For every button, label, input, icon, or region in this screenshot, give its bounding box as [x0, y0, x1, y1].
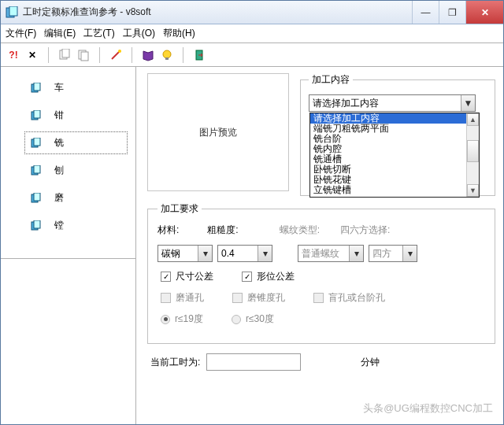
- r30-radio: r≤30度: [232, 312, 274, 326]
- square-combo[interactable]: 四方 ▾: [369, 245, 417, 262]
- menu-edit[interactable]: 编辑(E): [44, 27, 76, 40]
- thread-label: 螺纹类型:: [280, 224, 320, 237]
- close-button[interactable]: ✕: [465, 1, 503, 24]
- paste-icon[interactable]: [76, 47, 91, 63]
- svg-rect-20: [34, 193, 40, 201]
- svg-rect-1: [9, 6, 17, 16]
- svg-rect-14: [34, 110, 40, 118]
- exit-icon[interactable]: [191, 47, 207, 63]
- square-label: 四六方选择:: [340, 224, 390, 237]
- checkbox-label: 尺寸公差: [176, 270, 213, 283]
- minimize-button[interactable]: —: [412, 1, 439, 24]
- sidebar-item-label: 钳: [54, 109, 64, 122]
- material-combo[interactable]: 碳钢 ▾: [158, 245, 213, 262]
- svg-rect-22: [34, 220, 40, 228]
- sidebar-item-label: 车: [54, 81, 64, 94]
- geo-tolerance-checkbox[interactable]: ✓ 形位公差: [242, 270, 295, 283]
- chevron-down-icon[interactable]: ▼: [461, 95, 475, 111]
- titlebar: 工时定额标准查询参考 - v8soft — ❐ ✕: [1, 1, 503, 24]
- r19-radio: r≤19度: [161, 312, 203, 326]
- menu-help[interactable]: 帮助(H): [163, 27, 195, 40]
- checkbox-icon: [313, 293, 324, 303]
- grind-taper-checkbox: 磨锥度孔: [232, 291, 285, 305]
- preview-label: 图片预览: [199, 126, 237, 139]
- help-icon[interactable]: ?!: [6, 47, 21, 63]
- svg-rect-9: [165, 57, 169, 60]
- menu-craft[interactable]: 工艺(T): [83, 27, 114, 40]
- checkbox-label: 磨锥度孔: [247, 291, 285, 305]
- chevron-down-icon[interactable]: ▾: [258, 246, 272, 261]
- radio-label: r≤30度: [246, 312, 274, 326]
- process-legend: 加工内容: [309, 73, 353, 87]
- sidebar-item-label: 刨: [54, 164, 64, 177]
- scroll-track[interactable]: [467, 126, 479, 184]
- app-icon: [6, 6, 18, 19]
- requirements-fieldset: 加工要求 材料: 粗糙度: 螺纹类型: 四六方选择: 碳钢 ▾: [147, 202, 495, 344]
- bulb-icon[interactable]: [159, 47, 175, 63]
- menu-file[interactable]: 文件(F): [6, 27, 36, 40]
- roughness-combo[interactable]: 0.4 ▾: [217, 245, 272, 262]
- svg-point-7: [118, 50, 121, 53]
- dropdown-list[interactable]: 请选择加工内容 端铣刀粗铣两平面 铣台阶 铣内腔 铣通槽 卧铣切断 卧铣花键 立…: [310, 113, 466, 197]
- wand-icon[interactable]: [108, 47, 124, 63]
- sidebar-item-label: 铣: [54, 136, 64, 150]
- delete-icon[interactable]: ✕: [24, 47, 40, 63]
- main-panel: 图片预览 加工内容 请选择加工内容 ▼ 请选择加工内容 端铣刀粗铣两平面 铣台阶…: [136, 67, 503, 424]
- scroll-thumb[interactable]: [467, 140, 479, 162]
- chevron-down-icon[interactable]: ▾: [349, 246, 363, 261]
- thread-value: 普通螺纹: [298, 247, 349, 261]
- sidebar-item-mill[interactable]: 铣: [24, 131, 128, 154]
- menu-tools[interactable]: 工具(O): [123, 27, 155, 40]
- book-icon[interactable]: [140, 47, 156, 63]
- sidebar-item-boring[interactable]: 镗: [1, 214, 135, 237]
- material-label: 材料:: [158, 224, 179, 237]
- svg-rect-3: [62, 49, 69, 57]
- copy-icon[interactable]: [57, 47, 72, 63]
- thread-combo[interactable]: 普通螺纹 ▾: [298, 245, 364, 262]
- image-preview: 图片预览: [147, 73, 289, 191]
- process-combo[interactable]: 请选择加工内容 ▼ 请选择加工内容 端铣刀粗铣两平面 铣台阶 铣内腔 铣通槽 卧…: [309, 94, 476, 112]
- svg-rect-5: [81, 52, 88, 61]
- process-dropdown: 请选择加工内容 端铣刀粗铣两平面 铣台阶 铣内腔 铣通槽 卧铣切断 卧铣花键 立…: [309, 113, 480, 198]
- sidebar-item-grind[interactable]: 磨: [1, 187, 135, 209]
- nav-list: 车 钳 铣 刨 磨: [1, 67, 135, 259]
- checkbox-icon: ✓: [161, 272, 171, 282]
- chevron-down-icon[interactable]: ▾: [402, 246, 417, 261]
- sidebar: 车 钳 铣 刨 磨: [1, 67, 136, 424]
- svg-rect-18: [34, 165, 40, 173]
- radio-icon: [232, 315, 241, 324]
- bottom-row: 当前工时为: 分钟: [147, 350, 495, 371]
- grind-through-checkbox: 磨通孔: [161, 291, 204, 305]
- maximize-button[interactable]: ❐: [439, 1, 465, 24]
- radio-icon: [161, 315, 170, 324]
- square-value: 四方: [369, 247, 402, 261]
- radio-label: r≤19度: [175, 312, 203, 326]
- app-window: 工时定额标准查询参考 - v8soft — ❐ ✕ 文件(F) 编辑(E) 工艺…: [0, 0, 504, 425]
- sidebar-item-lathe[interactable]: 车: [1, 76, 135, 99]
- sidebar-item-label: 磨: [54, 191, 64, 205]
- sidebar-item-planer[interactable]: 刨: [1, 159, 135, 182]
- svg-rect-16: [34, 138, 40, 146]
- content-area: 车 钳 铣 刨 磨: [1, 67, 503, 424]
- book-icon: [31, 83, 42, 94]
- sidebar-lower-pane: [1, 259, 135, 424]
- current-time-input[interactable]: [206, 353, 301, 371]
- process-combo-value: 请选择加工内容: [309, 97, 461, 110]
- dropdown-option[interactable]: 立铣键槽: [310, 185, 466, 195]
- roughness-value: 0.4: [218, 248, 258, 259]
- scroll-down-icon[interactable]: ▼: [467, 184, 479, 197]
- book-icon: [31, 165, 42, 176]
- svg-line-6: [112, 52, 119, 59]
- scroll-up-icon[interactable]: ▲: [467, 113, 479, 126]
- current-time-label: 当前工时为:: [150, 356, 200, 369]
- roughness-label: 粗糙度:: [207, 224, 238, 237]
- sidebar-item-fitter[interactable]: 钳: [1, 104, 135, 127]
- chevron-down-icon[interactable]: ▾: [198, 246, 212, 261]
- process-fieldset: 加工内容 请选择加工内容 ▼ 请选择加工内容 端铣刀粗铣两平面 铣台阶 铣内腔 …: [300, 73, 495, 196]
- material-value: 碳钢: [158, 247, 198, 261]
- toolbar: ?! ✕: [1, 43, 503, 67]
- dropdown-scrollbar[interactable]: ▲ ▼: [466, 113, 479, 197]
- size-tolerance-checkbox[interactable]: ✓ 尺寸公差: [161, 270, 213, 283]
- checkbox-icon: [161, 293, 171, 303]
- checkbox-label: 盲孔或台阶孔: [328, 291, 385, 305]
